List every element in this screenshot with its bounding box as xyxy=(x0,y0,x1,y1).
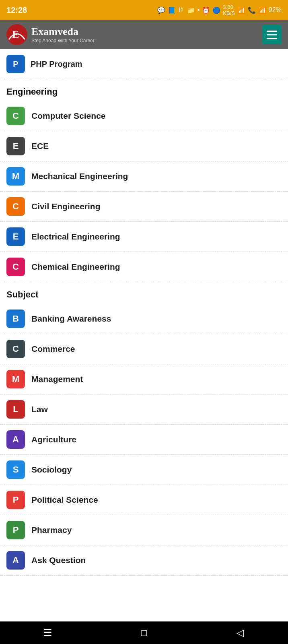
list-item[interactable]: P PHP Program xyxy=(0,49,288,79)
item-icon: B xyxy=(6,310,25,328)
list-item[interactable]: C Computer Science xyxy=(0,101,288,131)
item-icon: P xyxy=(6,521,25,539)
status-time: 12:28 xyxy=(6,6,27,15)
app-header: E Examveda Step Ahead With Your Career xyxy=(0,20,288,49)
menu-line xyxy=(267,31,277,32)
item-icon: C xyxy=(6,340,25,358)
item-icon: E xyxy=(6,137,25,155)
item-icon: P xyxy=(6,55,25,73)
item-icon: C xyxy=(6,258,25,276)
logo: E Examveda Step Ahead With Your Career xyxy=(6,24,95,45)
item-icon: M xyxy=(6,370,25,388)
book-icon: 📘 xyxy=(168,6,176,14)
item-label: Management xyxy=(31,374,83,384)
list-item[interactable]: M Mechanical Engineering xyxy=(0,161,288,192)
ask-question-item[interactable]: A Ask Question xyxy=(0,545,288,576)
item-label: Chemical Engineering xyxy=(31,262,120,272)
item-icon: A xyxy=(6,430,25,449)
app-tagline: Step Ahead With Your Career xyxy=(31,38,95,43)
status-bar: 12:28 💬 📘 🏳 📁 • ⏰ 🔵 3.00KB/S 📶 📞 📶 92% xyxy=(0,0,288,20)
bottom-nav: ☰ □ ◁ xyxy=(0,621,288,644)
list-item[interactable]: E Electrical Engineering xyxy=(0,222,288,252)
logo-icon: E xyxy=(6,24,27,45)
alarm-icon: ⏰ xyxy=(202,6,210,14)
logo-text: Examveda Step Ahead With Your Career xyxy=(31,26,95,43)
item-icon: E xyxy=(6,227,25,246)
bluetooth-icon: 🔵 xyxy=(212,6,220,14)
item-icon: L xyxy=(6,400,25,419)
item-label: Ask Question xyxy=(31,555,86,565)
list-item[interactable]: P Pharmacy xyxy=(0,515,288,545)
home-icon: □ xyxy=(141,627,147,638)
item-label: Computer Science xyxy=(31,111,105,121)
item-label: ECE xyxy=(31,141,49,151)
menu-line xyxy=(267,34,277,35)
list-item[interactable]: C Civil Engineering xyxy=(0,192,288,222)
hamburger-icon: ☰ xyxy=(43,627,52,638)
item-label: Political Science xyxy=(31,495,98,505)
list-item[interactable]: A Agriculture xyxy=(0,425,288,455)
item-icon: C xyxy=(6,107,25,125)
chat-icon: 💬 xyxy=(157,6,165,14)
engineering-heading: Engineering xyxy=(0,79,288,101)
flag-icon: 🏳 xyxy=(178,6,185,14)
item-label: Commerce xyxy=(31,344,75,354)
status-icons: 💬 📘 🏳 📁 • ⏰ 🔵 3.00KB/S 📶 📞 📶 92% xyxy=(157,4,282,16)
nav-back-button[interactable]: ◁ xyxy=(228,621,252,644)
speed-icon: 3.00KB/S xyxy=(223,4,235,16)
back-icon: ◁ xyxy=(237,627,244,638)
item-label: Pharmacy xyxy=(31,525,72,535)
list-item[interactable]: C Commerce xyxy=(0,334,288,364)
app-name: Examveda xyxy=(31,26,95,38)
item-icon: S xyxy=(6,460,25,479)
list-item[interactable]: C Chemical Engineering xyxy=(0,252,288,282)
item-icon: A xyxy=(6,551,25,570)
nav-menu-button[interactable]: ☰ xyxy=(36,621,60,644)
menu-button[interactable] xyxy=(262,25,282,44)
main-content: P PHP Program Engineering C Computer Sci… xyxy=(0,49,288,621)
item-label: Law xyxy=(31,405,48,414)
signal-icon: 📶 xyxy=(258,6,266,14)
item-label: Mechanical Engineering xyxy=(31,171,128,181)
battery-icon: 92% xyxy=(269,6,282,14)
item-label: Sociology xyxy=(31,465,72,475)
subject-heading: Subject xyxy=(0,282,288,304)
list-item[interactable]: E ECE xyxy=(0,131,288,161)
list-item[interactable]: B Banking Awareness xyxy=(0,304,288,334)
item-icon: C xyxy=(6,197,25,216)
item-label: Electrical Engineering xyxy=(31,232,120,242)
item-label: PHP Program xyxy=(31,60,82,69)
item-icon: M xyxy=(6,167,25,186)
dot-icon: • xyxy=(197,6,200,14)
menu-line xyxy=(267,38,277,39)
list-item[interactable]: M Management xyxy=(0,364,288,394)
item-icon: P xyxy=(6,491,25,509)
nav-home-button[interactable]: □ xyxy=(132,621,156,644)
item-label: Banking Awareness xyxy=(31,314,111,324)
phone-icon: 📞 xyxy=(248,6,256,14)
item-label: Agriculture xyxy=(31,435,76,444)
item-label: Civil Engineering xyxy=(31,202,101,211)
wifi-icon: 📶 xyxy=(237,6,245,14)
folder-icon: 📁 xyxy=(187,6,195,14)
list-item[interactable]: L Law xyxy=(0,394,288,425)
list-item[interactable]: P Political Science xyxy=(0,485,288,515)
list-item[interactable]: S Sociology xyxy=(0,455,288,485)
